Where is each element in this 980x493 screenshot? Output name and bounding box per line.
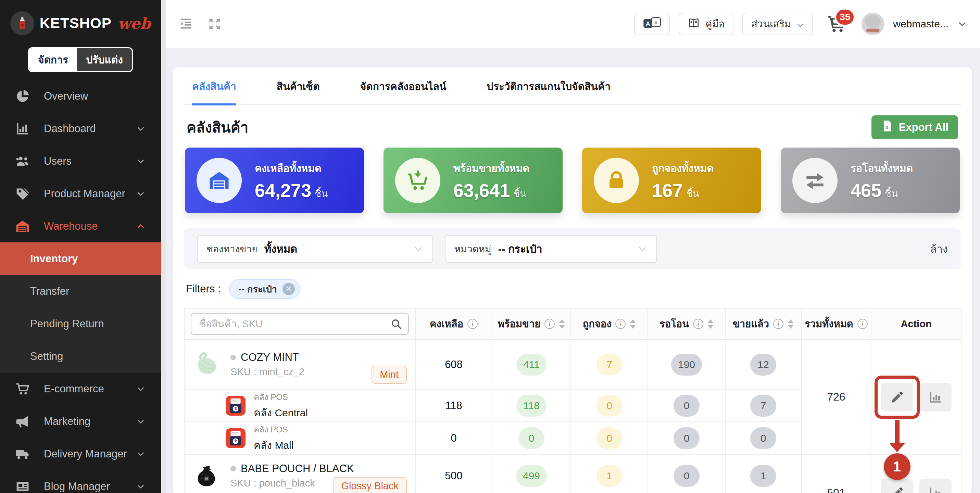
mode-customize-button[interactable]: ปรับแต่ง xyxy=(77,48,132,71)
mode-manage-button[interactable]: จัดการ xyxy=(29,48,77,71)
brand-accent: web xyxy=(118,15,151,32)
product-name-line: BABE POUCH / BLACK xyxy=(231,463,354,475)
table-header-row: คงเหลือi พร้อมขายi ถูกจองi รอโอนi ขายแล้… xyxy=(184,308,961,340)
stat-label: พร้อมขายทั้งหมด xyxy=(453,160,530,177)
inventory-card: คลังสินค้า สินค้าเซ็ต จัดการคลังออนไลน์ … xyxy=(173,67,972,493)
sidebar-item-delivery-manager[interactable]: Delivery Manager xyxy=(0,437,161,470)
users-icon xyxy=(15,154,30,169)
sidebar-item-dashboard[interactable]: Dashboard xyxy=(0,112,161,145)
sidebar: KETSHOPweb จัดการ ปรับแต่ง Overview Dash… xyxy=(0,0,166,493)
stat-label: รอโอนทั้งหมด xyxy=(851,160,913,177)
tab-product-set[interactable]: สินค้าเซ็ต xyxy=(277,78,320,105)
info-icon[interactable]: i xyxy=(615,319,625,329)
remaining-cell: 118 xyxy=(415,389,492,422)
tab-online-stock[interactable]: จัดการคลังออนไลน์ xyxy=(360,78,447,105)
reserved-cell: 1 xyxy=(571,454,648,493)
sidebar-item-overview[interactable]: Overview xyxy=(0,80,161,112)
column-header-total[interactable]: รวมทั้งหมดi xyxy=(801,308,871,340)
avatar[interactable] xyxy=(862,13,884,35)
svg-text:ก: ก xyxy=(655,19,658,25)
product-search-input[interactable] xyxy=(191,313,409,335)
filter-chip-label: -- กระเป๋า xyxy=(239,282,277,296)
product-image[interactable] xyxy=(191,350,221,380)
column-header-reserved[interactable]: ถูกจองi xyxy=(571,308,648,340)
variant-tag: Mint xyxy=(372,366,407,384)
product-sku: SKU : mint_cz_2 xyxy=(231,366,304,378)
pos-app-icon xyxy=(225,428,246,449)
svg-text:A: A xyxy=(646,20,650,27)
channel-select[interactable]: ช่องทางขาย ทั้งหมด xyxy=(197,235,433,263)
chevron-down-icon xyxy=(136,124,145,133)
export-all-button[interactable]: x Export All xyxy=(872,115,958,139)
excel-file-icon: x xyxy=(881,120,893,135)
remove-filter-icon[interactable]: ✕ xyxy=(283,283,295,295)
sidebar-item-label: Marketing xyxy=(44,415,91,428)
sold-cell: 1 xyxy=(725,454,801,493)
sort-icon[interactable] xyxy=(559,320,565,329)
manual-button[interactable]: คู่มือ xyxy=(679,13,733,35)
language-button[interactable]: Aก xyxy=(634,13,670,35)
sidebar-item-marketing[interactable]: Marketing xyxy=(0,405,161,437)
category-select-label: หมวดหมู่ xyxy=(454,241,492,256)
sort-icon[interactable] xyxy=(630,320,636,329)
sidebar-item-transfer[interactable]: Transfer xyxy=(0,275,161,307)
info-icon[interactable]: i xyxy=(468,319,478,329)
edit-button[interactable]: 1 xyxy=(881,383,913,412)
collapse-sidebar-icon[interactable] xyxy=(178,16,194,32)
category-select[interactable]: หมวดหมู่ -- กระเป๋า xyxy=(445,235,657,263)
brand-name: KETSHOP xyxy=(40,15,111,32)
stock-history-button[interactable] xyxy=(920,479,951,493)
sidebar-item-label: Product Manager xyxy=(44,188,125,200)
sidebar-item-product-manager[interactable]: Product Manager xyxy=(0,177,161,210)
column-header-ready[interactable]: พร้อมขายi xyxy=(492,308,571,340)
sidebar-item-blog-manager[interactable]: Blog Manager xyxy=(0,470,161,493)
sort-icon[interactable] xyxy=(788,320,794,329)
info-icon[interactable]: i xyxy=(693,319,703,329)
product-cell: COZY MINT SKU : mint_cz_2 Mint xyxy=(184,340,415,389)
addons-button[interactable]: ส่วนเสริม xyxy=(742,13,813,35)
warehouse-icon xyxy=(15,219,30,234)
avatar-image xyxy=(865,15,881,29)
user-menu-chevron-icon[interactable] xyxy=(958,19,967,29)
filters-label: Filters : xyxy=(186,283,221,295)
stock-history-button[interactable] xyxy=(920,383,951,412)
info-icon[interactable]: i xyxy=(544,319,555,329)
cart-button[interactable]: 35 xyxy=(827,13,846,35)
info-icon[interactable]: i xyxy=(773,319,783,329)
sidebar-item-label: Users xyxy=(44,155,72,167)
stat-card-ready: พร้อมขายทั้งหมด 63,641ชิ้น xyxy=(383,148,563,213)
filter-chip-category[interactable]: -- กระเป๋า ✕ xyxy=(229,279,300,299)
addons-button-label: ส่วนเสริม xyxy=(751,16,791,32)
export-all-label: Export All xyxy=(899,121,948,134)
stat-label: ถูกจองทั้งหมด xyxy=(652,160,714,177)
edit-button[interactable] xyxy=(881,479,913,493)
manual-button-label: คู่มือ xyxy=(705,16,725,32)
clear-filters-link[interactable]: ล้าง xyxy=(930,240,948,258)
sidebar-item-users[interactable]: Users xyxy=(0,145,161,177)
info-icon[interactable]: i xyxy=(858,319,868,329)
filter-bar: ช่องทางขาย ทั้งหมด หมวดหมู่ -- กระเป๋า ล… xyxy=(184,228,961,269)
fullscreen-icon[interactable] xyxy=(207,16,223,32)
ready-cell: 499 xyxy=(492,454,571,493)
brand-logo[interactable]: KETSHOPweb xyxy=(0,0,161,38)
column-header-sold[interactable]: ขายแล้วi xyxy=(725,308,801,340)
tab-inventory[interactable]: คลังสินค้า xyxy=(192,78,236,105)
sidebar-item-ecommerce[interactable]: E-commerce xyxy=(0,372,161,405)
column-header-transfer[interactable]: รอโอนi xyxy=(648,308,725,340)
column-header-remaining[interactable]: คงเหลือi xyxy=(415,308,492,340)
sidebar-scrollbar[interactable] xyxy=(161,0,166,493)
warehouse-icon xyxy=(197,158,242,203)
sidebar-item-setting[interactable]: Setting xyxy=(0,340,161,372)
ready-cell: 0 xyxy=(492,422,571,454)
sort-icon[interactable] xyxy=(708,320,714,329)
sidebar-item-pending-return[interactable]: Pending Return xyxy=(0,307,161,340)
sidebar-item-inventory[interactable]: Inventory xyxy=(0,242,161,275)
product-name[interactable]: COZY MINT xyxy=(241,351,299,364)
product-image[interactable] xyxy=(191,461,221,491)
tab-scan-history[interactable]: ประวัติการสแกนใบจัดสินค้า xyxy=(487,78,611,105)
column-label: รวมทั้งหมด xyxy=(805,316,853,332)
sidebar-item-warehouse[interactable]: Warehouse xyxy=(0,210,161,242)
search-icon[interactable] xyxy=(390,318,402,330)
product-cell: BABE POUCH / BLACK SKU : pouch_black Glo… xyxy=(184,454,415,493)
product-name[interactable]: BABE POUCH / BLACK xyxy=(241,463,354,475)
